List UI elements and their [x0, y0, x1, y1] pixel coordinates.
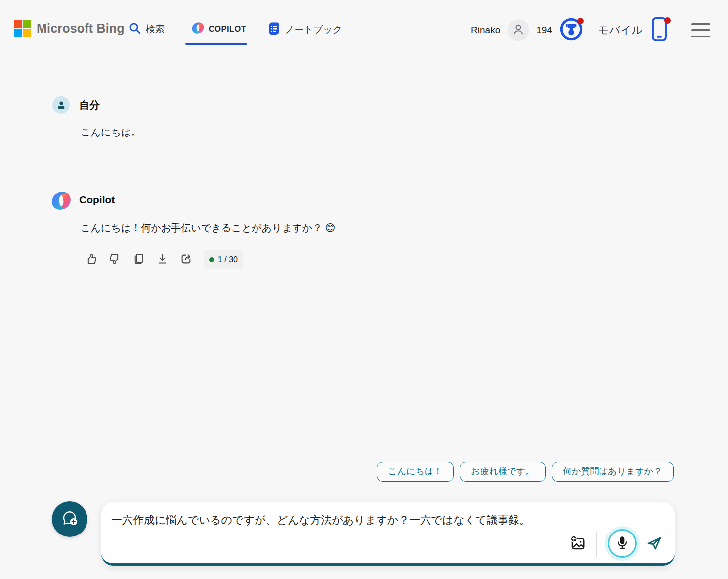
copilot-icon — [192, 22, 204, 36]
share-button[interactable] — [174, 249, 198, 270]
mic-button[interactable] — [609, 531, 635, 556]
profile-button[interactable] — [508, 19, 529, 41]
user-message-author: 自分 — [79, 98, 100, 112]
active-tab-underline — [185, 43, 247, 45]
copy-button[interactable] — [127, 249, 150, 270]
download-button[interactable] — [150, 249, 174, 270]
rewards-points[interactable]: 194 — [536, 25, 552, 36]
copilot-avatar — [51, 191, 71, 211]
smiling-emoji: 😊 — [325, 223, 335, 233]
bing-logo[interactable]: Microsoft Bing — [14, 20, 125, 37]
composer-tools — [568, 531, 664, 558]
microsoft-logo-icon — [14, 20, 31, 37]
add-image-button[interactable] — [568, 534, 588, 554]
copilot-message-text: こんにちは！何かお手伝いできることがありますか？ 😊 — [81, 222, 335, 235]
user-message-text: こんにちは。 — [81, 126, 141, 139]
share-icon — [179, 252, 193, 267]
turn-counter: 1 / 30 — [204, 250, 243, 269]
turn-counter-dot — [209, 257, 214, 262]
copilot-message-body: こんにちは！何かお手伝いできることがありますか？ — [81, 223, 322, 233]
copilot-chat-page: Microsoft Bing 検索 COPILOT — [0, 0, 728, 579]
download-icon — [156, 252, 169, 267]
copy-icon — [132, 252, 145, 267]
notebook-icon — [268, 22, 280, 38]
person-icon — [512, 23, 525, 38]
tab-search-label: 検索 — [146, 23, 165, 36]
username[interactable]: Rinako — [471, 25, 500, 36]
suggestion-chip[interactable]: 何か質問はありますか？ — [552, 462, 674, 482]
composer: 一六作成に悩んでいるのですが、どんな方法がありますか？一六ではなくて議事録。 — [101, 502, 675, 566]
chat-input[interactable]: 一六作成に悩んでいるのですが、どんな方法がありますか？一六ではなくて議事録。 — [111, 512, 581, 547]
new-topic-icon — [60, 509, 79, 530]
thumbs-up-icon — [85, 252, 98, 267]
suggestion-chips: こんにちは！ お疲れ様です。 何か質問はありますか？ — [377, 462, 674, 482]
suggestion-chip[interactable]: お疲れ様です。 — [460, 462, 546, 482]
send-icon — [645, 534, 663, 554]
rewards-notification-dot — [577, 18, 584, 24]
user-avatar — [52, 96, 70, 114]
brand-text: Microsoft Bing — [37, 21, 125, 36]
suggestion-chip[interactable]: こんにちは！ — [377, 462, 454, 482]
mobile-app-button[interactable] — [649, 16, 670, 44]
tab-notebook-label: ノートブック — [285, 23, 342, 36]
thumbs-up-button[interactable] — [79, 249, 103, 270]
header-right-cluster: Rinako 194 モバイル — [471, 17, 710, 44]
tab-copilot-label: COPILOT — [209, 24, 246, 34]
thumbs-down-icon — [108, 252, 122, 267]
tab-notebook[interactable]: ノートブック — [268, 22, 342, 38]
thumbs-down-button[interactable] — [103, 249, 127, 270]
new-topic-button[interactable] — [52, 501, 87, 537]
mobile-label[interactable]: モバイル — [598, 23, 642, 38]
tab-copilot[interactable]: COPILOT — [192, 22, 246, 36]
message-actions-bar: 1 / 30 — [79, 249, 243, 270]
mobile-notification-dot — [664, 17, 671, 24]
composer-divider — [596, 532, 597, 557]
turn-counter-text: 1 / 30 — [218, 255, 238, 264]
add-image-icon — [569, 535, 586, 554]
search-icon — [128, 22, 141, 37]
send-button[interactable] — [644, 534, 664, 554]
tab-search[interactable]: 検索 — [128, 22, 165, 37]
copilot-message-author: Copilot — [79, 194, 115, 206]
hamburger-menu-button[interactable] — [691, 23, 710, 37]
mic-icon — [615, 535, 630, 552]
rewards-button[interactable] — [558, 17, 584, 43]
